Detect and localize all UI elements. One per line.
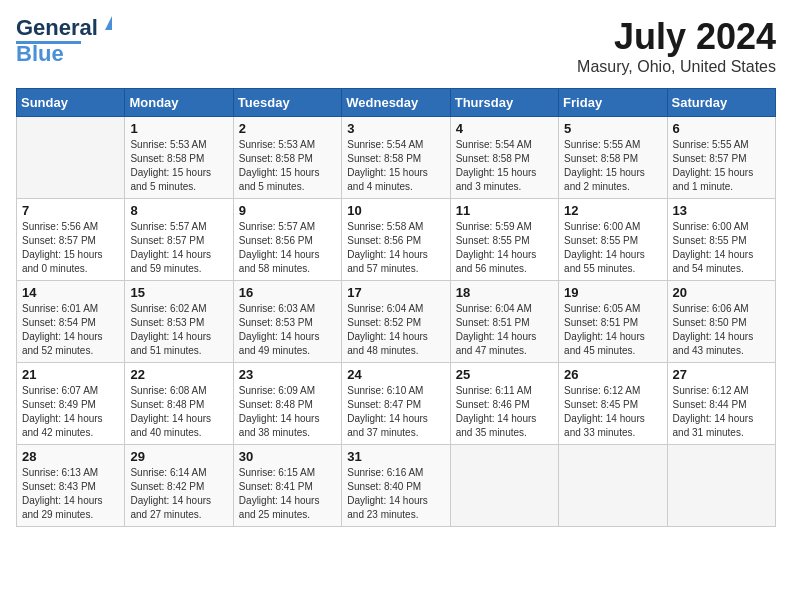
day-info: Sunrise: 5:53 AMSunset: 8:58 PMDaylight:… [130,138,227,194]
calendar-cell: 23Sunrise: 6:09 AMSunset: 8:48 PMDayligh… [233,363,341,445]
week-row-4: 21Sunrise: 6:07 AMSunset: 8:49 PMDayligh… [17,363,776,445]
day-number: 11 [456,203,553,218]
day-info: Sunrise: 5:57 AMSunset: 8:57 PMDaylight:… [130,220,227,276]
day-number: 19 [564,285,661,300]
day-info: Sunrise: 6:07 AMSunset: 8:49 PMDaylight:… [22,384,119,440]
calendar-cell: 21Sunrise: 6:07 AMSunset: 8:49 PMDayligh… [17,363,125,445]
day-info: Sunrise: 6:04 AMSunset: 8:51 PMDaylight:… [456,302,553,358]
calendar-cell: 2Sunrise: 5:53 AMSunset: 8:58 PMDaylight… [233,117,341,199]
day-number: 30 [239,449,336,464]
calendar-cell: 9Sunrise: 5:57 AMSunset: 8:56 PMDaylight… [233,199,341,281]
calendar-cell: 16Sunrise: 6:03 AMSunset: 8:53 PMDayligh… [233,281,341,363]
calendar-cell: 14Sunrise: 6:01 AMSunset: 8:54 PMDayligh… [17,281,125,363]
day-info: Sunrise: 5:59 AMSunset: 8:55 PMDaylight:… [456,220,553,276]
calendar-cell: 6Sunrise: 5:55 AMSunset: 8:57 PMDaylight… [667,117,775,199]
day-number: 3 [347,121,444,136]
day-info: Sunrise: 6:09 AMSunset: 8:48 PMDaylight:… [239,384,336,440]
weekday-header-friday: Friday [559,89,667,117]
day-number: 24 [347,367,444,382]
calendar-cell: 13Sunrise: 6:00 AMSunset: 8:55 PMDayligh… [667,199,775,281]
day-number: 9 [239,203,336,218]
calendar-cell: 8Sunrise: 5:57 AMSunset: 8:57 PMDaylight… [125,199,233,281]
day-number: 4 [456,121,553,136]
week-row-1: 1Sunrise: 5:53 AMSunset: 8:58 PMDaylight… [17,117,776,199]
calendar-cell: 25Sunrise: 6:11 AMSunset: 8:46 PMDayligh… [450,363,558,445]
day-info: Sunrise: 6:13 AMSunset: 8:43 PMDaylight:… [22,466,119,522]
day-number: 31 [347,449,444,464]
day-info: Sunrise: 5:58 AMSunset: 8:56 PMDaylight:… [347,220,444,276]
day-number: 20 [673,285,770,300]
calendar-cell: 28Sunrise: 6:13 AMSunset: 8:43 PMDayligh… [17,445,125,527]
day-number: 22 [130,367,227,382]
day-number: 29 [130,449,227,464]
day-info: Sunrise: 6:02 AMSunset: 8:53 PMDaylight:… [130,302,227,358]
day-number: 10 [347,203,444,218]
day-number: 17 [347,285,444,300]
calendar-cell [667,445,775,527]
weekday-header-row: SundayMondayTuesdayWednesdayThursdayFrid… [17,89,776,117]
calendar-cell: 15Sunrise: 6:02 AMSunset: 8:53 PMDayligh… [125,281,233,363]
day-info: Sunrise: 5:56 AMSunset: 8:57 PMDaylight:… [22,220,119,276]
calendar-cell: 3Sunrise: 5:54 AMSunset: 8:58 PMDaylight… [342,117,450,199]
day-number: 1 [130,121,227,136]
weekday-header-tuesday: Tuesday [233,89,341,117]
day-number: 16 [239,285,336,300]
weekday-header-thursday: Thursday [450,89,558,117]
day-info: Sunrise: 5:53 AMSunset: 8:58 PMDaylight:… [239,138,336,194]
calendar-cell: 17Sunrise: 6:04 AMSunset: 8:52 PMDayligh… [342,281,450,363]
calendar-cell: 20Sunrise: 6:06 AMSunset: 8:50 PMDayligh… [667,281,775,363]
day-number: 28 [22,449,119,464]
calendar-cell: 1Sunrise: 5:53 AMSunset: 8:58 PMDaylight… [125,117,233,199]
calendar-cell: 18Sunrise: 6:04 AMSunset: 8:51 PMDayligh… [450,281,558,363]
day-number: 27 [673,367,770,382]
calendar-cell: 10Sunrise: 5:58 AMSunset: 8:56 PMDayligh… [342,199,450,281]
day-info: Sunrise: 6:00 AMSunset: 8:55 PMDaylight:… [673,220,770,276]
day-info: Sunrise: 6:04 AMSunset: 8:52 PMDaylight:… [347,302,444,358]
day-info: Sunrise: 6:16 AMSunset: 8:40 PMDaylight:… [347,466,444,522]
day-info: Sunrise: 6:05 AMSunset: 8:51 PMDaylight:… [564,302,661,358]
day-number: 26 [564,367,661,382]
day-number: 13 [673,203,770,218]
page-header: General Blue July 2024 Masury, Ohio, Uni… [16,16,776,76]
day-number: 18 [456,285,553,300]
day-info: Sunrise: 5:54 AMSunset: 8:58 PMDaylight:… [456,138,553,194]
calendar-cell: 31Sunrise: 6:16 AMSunset: 8:40 PMDayligh… [342,445,450,527]
day-info: Sunrise: 6:03 AMSunset: 8:53 PMDaylight:… [239,302,336,358]
day-number: 6 [673,121,770,136]
weekday-header-monday: Monday [125,89,233,117]
calendar-cell: 24Sunrise: 6:10 AMSunset: 8:47 PMDayligh… [342,363,450,445]
day-info: Sunrise: 6:12 AMSunset: 8:44 PMDaylight:… [673,384,770,440]
day-info: Sunrise: 5:55 AMSunset: 8:57 PMDaylight:… [673,138,770,194]
day-info: Sunrise: 6:00 AMSunset: 8:55 PMDaylight:… [564,220,661,276]
week-row-3: 14Sunrise: 6:01 AMSunset: 8:54 PMDayligh… [17,281,776,363]
calendar-cell: 5Sunrise: 5:55 AMSunset: 8:58 PMDaylight… [559,117,667,199]
day-info: Sunrise: 6:12 AMSunset: 8:45 PMDaylight:… [564,384,661,440]
weekday-header-wednesday: Wednesday [342,89,450,117]
day-info: Sunrise: 6:01 AMSunset: 8:54 PMDaylight:… [22,302,119,358]
day-number: 2 [239,121,336,136]
day-info: Sunrise: 6:14 AMSunset: 8:42 PMDaylight:… [130,466,227,522]
day-info: Sunrise: 5:57 AMSunset: 8:56 PMDaylight:… [239,220,336,276]
day-info: Sunrise: 6:15 AMSunset: 8:41 PMDaylight:… [239,466,336,522]
weekday-header-saturday: Saturday [667,89,775,117]
day-info: Sunrise: 6:10 AMSunset: 8:47 PMDaylight:… [347,384,444,440]
day-info: Sunrise: 5:55 AMSunset: 8:58 PMDaylight:… [564,138,661,194]
day-info: Sunrise: 6:06 AMSunset: 8:50 PMDaylight:… [673,302,770,358]
calendar-cell [559,445,667,527]
calendar-cell: 19Sunrise: 6:05 AMSunset: 8:51 PMDayligh… [559,281,667,363]
day-number: 7 [22,203,119,218]
calendar-cell [450,445,558,527]
day-number: 8 [130,203,227,218]
day-number: 25 [456,367,553,382]
calendar-table: SundayMondayTuesdayWednesdayThursdayFrid… [16,88,776,527]
calendar-cell: 12Sunrise: 6:00 AMSunset: 8:55 PMDayligh… [559,199,667,281]
calendar-body: 1Sunrise: 5:53 AMSunset: 8:58 PMDaylight… [17,117,776,527]
calendar-cell [17,117,125,199]
day-info: Sunrise: 6:11 AMSunset: 8:46 PMDaylight:… [456,384,553,440]
calendar-cell: 30Sunrise: 6:15 AMSunset: 8:41 PMDayligh… [233,445,341,527]
day-number: 15 [130,285,227,300]
calendar-cell: 29Sunrise: 6:14 AMSunset: 8:42 PMDayligh… [125,445,233,527]
day-number: 21 [22,367,119,382]
location: Masury, Ohio, United States [577,58,776,76]
day-number: 5 [564,121,661,136]
